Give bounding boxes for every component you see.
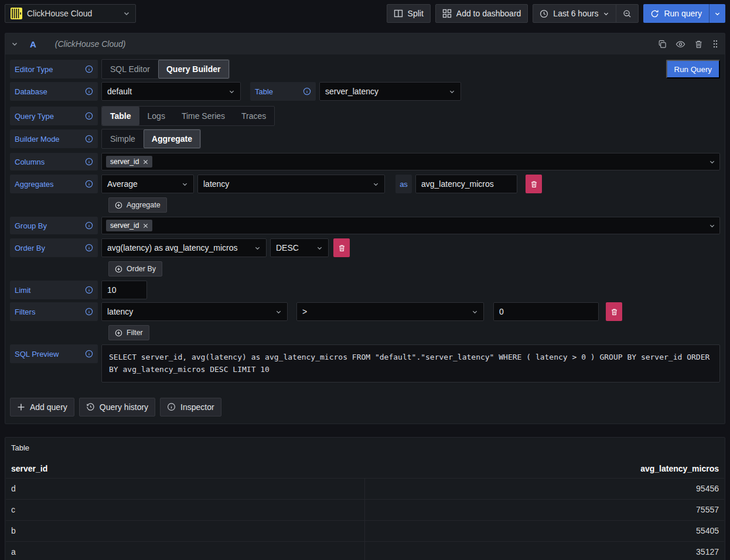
builder-mode-label: Builder Mode xyxy=(10,129,98,148)
limit-input[interactable]: 10 xyxy=(101,281,147,299)
datasource-picker[interactable]: ClickHouse Cloud xyxy=(5,4,136,23)
chevron-down-icon xyxy=(472,309,478,315)
columns-chip: server_id xyxy=(106,156,152,168)
query-type-label: Query Type xyxy=(10,107,98,125)
remove-query-trash-icon[interactable] xyxy=(694,40,703,49)
chevron-down-icon xyxy=(228,88,235,95)
columns-multiselect[interactable]: server_id xyxy=(101,153,720,170)
chevron-down-icon xyxy=(182,181,188,187)
table-row: d 95456 xyxy=(6,478,724,499)
group-by-chip: server_id xyxy=(106,220,152,231)
builder-mode-aggregate[interactable]: Aggregate xyxy=(144,129,200,148)
limit-label: Limit xyxy=(10,281,98,299)
info-icon xyxy=(85,87,93,95)
run-query-options-caret[interactable] xyxy=(709,4,725,23)
aggregates-label: Aggregates xyxy=(10,175,98,193)
query-type-table[interactable]: Table xyxy=(102,107,139,125)
add-to-dashboard-button[interactable]: Add to dashboard xyxy=(435,4,528,23)
filter-field-select[interactable]: latency xyxy=(101,302,288,321)
clickhouse-logo-icon xyxy=(11,8,22,19)
editor-type-sql-editor[interactable]: SQL Editor xyxy=(102,60,158,78)
query-datasource-hint: (ClickHouse Cloud) xyxy=(55,39,126,49)
order-by-field-select[interactable]: avg(latency) as avg_latency_micros xyxy=(101,238,267,257)
collapse-chevron-icon[interactable] xyxy=(11,40,18,47)
sync-icon xyxy=(650,9,659,18)
info-icon xyxy=(85,180,93,188)
zoom-out-time-button[interactable] xyxy=(616,4,639,23)
clock-icon xyxy=(540,9,548,18)
add-to-dashboard-label: Add to dashboard xyxy=(456,9,521,18)
trash-icon xyxy=(610,308,618,316)
time-range-picker[interactable]: Last 6 hours xyxy=(533,4,616,23)
inspector-button[interactable]: Inspector xyxy=(160,398,221,416)
drag-handle-icon[interactable] xyxy=(712,39,719,49)
circle-plus-icon xyxy=(115,265,122,273)
run-query-split-button[interactable]: Run query xyxy=(643,4,725,23)
builder-mode-radio-group: Simple Aggregate xyxy=(101,129,201,149)
chevron-down-icon xyxy=(709,223,715,229)
split-button[interactable]: Split xyxy=(387,4,431,23)
database-label: Database xyxy=(10,82,98,101)
add-order-by-button[interactable]: Order By xyxy=(108,261,162,276)
run-query-editor-button[interactable]: Run Query xyxy=(666,60,720,78)
filter-operator-select[interactable]: > xyxy=(296,302,484,321)
chevron-down-icon xyxy=(373,181,379,187)
column-header-server-id[interactable]: server_id xyxy=(6,464,365,473)
query-type-radio-group: Table Logs Time Series Traces xyxy=(101,106,275,126)
cell-server-id: b xyxy=(6,521,365,541)
database-select[interactable]: default xyxy=(101,82,241,101)
dashboard-grid-icon xyxy=(442,9,452,18)
table-panel-title: Table xyxy=(5,438,725,459)
query-footer: Add query Query history Inspector xyxy=(10,398,720,416)
chevron-down-icon xyxy=(709,159,715,165)
table-select[interactable]: server_latency xyxy=(319,82,461,101)
chevron-down-icon xyxy=(603,11,609,17)
filter-value-input[interactable]: 0 xyxy=(493,302,599,321)
order-by-direction-select[interactable]: DESC xyxy=(270,238,329,257)
query-type-logs[interactable]: Logs xyxy=(139,107,173,125)
trash-icon xyxy=(338,244,346,252)
explore-toolbar: ClickHouse Cloud Split Add to dashboard xyxy=(0,0,730,27)
cell-avg-latency: 35127 xyxy=(365,542,724,560)
duplicate-query-icon[interactable] xyxy=(658,40,667,49)
remove-aggregate-button[interactable] xyxy=(526,175,542,193)
hide-query-eye-icon[interactable] xyxy=(676,39,685,49)
info-icon xyxy=(303,87,311,95)
editor-type-query-builder[interactable]: Query Builder xyxy=(158,60,229,78)
split-label: Split xyxy=(408,9,424,18)
remove-filter-button[interactable] xyxy=(606,302,622,321)
query-editor-header: A (ClickHouse Cloud) xyxy=(5,33,725,54)
table-row: c 75557 xyxy=(6,499,724,520)
query-editor-panel: A (ClickHouse Cloud) xyxy=(5,33,725,424)
remove-order-by-button[interactable] xyxy=(333,238,350,257)
column-header-avg-latency[interactable]: avg_latency_micros xyxy=(365,464,724,473)
info-icon xyxy=(85,244,93,252)
group-by-multiselect[interactable]: server_id xyxy=(101,217,720,234)
order-by-label: Order By xyxy=(10,238,98,257)
sql-preview-label: SQL Preview xyxy=(10,344,98,363)
query-history-button[interactable]: Query history xyxy=(79,398,155,416)
table-row: a 35127 xyxy=(6,541,724,560)
circle-plus-icon xyxy=(115,202,122,209)
remove-chip-icon[interactable] xyxy=(143,223,148,228)
time-range-label: Last 6 hours xyxy=(553,9,598,18)
builder-mode-simple[interactable]: Simple xyxy=(102,129,144,148)
query-type-traces[interactable]: Traces xyxy=(233,107,274,125)
query-ref-id: A xyxy=(30,39,36,49)
trash-icon xyxy=(530,180,538,188)
aggregate-column-select[interactable]: latency xyxy=(197,175,385,193)
cell-avg-latency: 75557 xyxy=(365,500,724,520)
query-type-time-series[interactable]: Time Series xyxy=(173,107,233,125)
remove-chip-icon[interactable] xyxy=(143,159,148,165)
info-icon xyxy=(85,112,93,120)
add-query-button[interactable]: Add query xyxy=(10,398,74,416)
columns-label: Columns xyxy=(10,153,98,170)
filters-label: Filters xyxy=(10,302,98,321)
add-filter-button[interactable]: Filter xyxy=(108,325,149,340)
aggregate-function-select[interactable]: Average xyxy=(101,175,194,193)
chevron-down-icon xyxy=(275,309,282,315)
aggregate-alias-input[interactable]: avg_latency_micros xyxy=(415,175,517,193)
add-aggregate-button[interactable]: Aggregate xyxy=(108,197,167,213)
info-icon xyxy=(85,135,93,143)
circle-plus-icon xyxy=(115,329,122,337)
